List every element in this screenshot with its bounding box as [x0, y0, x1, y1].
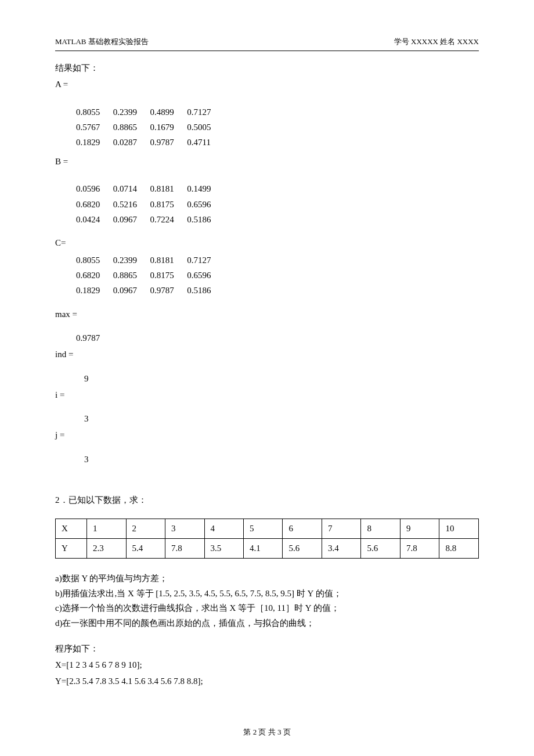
- table-cell: Y: [56, 539, 87, 559]
- program-label: 程序如下：: [55, 641, 479, 657]
- table-cell: 4.1: [244, 539, 283, 559]
- value-j: 3: [84, 452, 479, 468]
- matrix-C-row: 0.6820 0.8865 0.8175 0.6596: [76, 268, 479, 283]
- table-cell: 2: [126, 519, 165, 539]
- program-line: X=[1 2 3 4 5 6 7 8 9 10];: [55, 657, 479, 674]
- label-A: A =: [55, 77, 479, 93]
- matrix-A: 0.8055 0.2399 0.4899 0.7127 0.5767 0.886…: [76, 105, 479, 150]
- results-block: 结果如下： A = 0.8055 0.2399 0.4899 0.7127 0.…: [55, 60, 479, 467]
- q2-item-c: c)选择一个恰当的次数进行曲线拟合，求出当 X 等于［10, 11］时 Y 的值…: [55, 601, 479, 616]
- label-j: j =: [55, 427, 479, 444]
- question-list: a)数据 Y 的平均值与均方差； b)用插值法求出,当 X 等于 [1.5, 2…: [55, 571, 479, 631]
- table-cell: 7.8: [400, 539, 439, 559]
- table-cell: 8.8: [439, 539, 479, 559]
- header-divider: [55, 51, 479, 51]
- table-cell: 8: [361, 519, 400, 539]
- table-cell: 5.6: [283, 539, 322, 559]
- table-cell: 5: [244, 519, 283, 539]
- page-footer: 第 2 页 共 3 页: [0, 725, 534, 739]
- program-line: Y=[2.3 5.4 7.8 3.5 4.1 5.6 3.4 5.6 7.8 8…: [55, 674, 479, 690]
- label-B: B =: [55, 154, 479, 170]
- q2-item-a: a)数据 Y 的平均值与均方差；: [55, 571, 479, 586]
- matrix-C-row: 0.8055 0.2399 0.8181 0.7127: [76, 253, 479, 268]
- value-i: 3: [84, 411, 479, 427]
- page-header: MATLAB 基础教程实验报告 学号 XXXXX 姓名 XXXX: [55, 35, 479, 48]
- matrix-A-row: 0.1829 0.0287 0.9787 0.4711: [76, 135, 479, 150]
- table-cell: 2.3: [87, 539, 126, 559]
- table-cell: 3.5: [204, 539, 243, 559]
- matrix-B-row: 0.6820 0.5216 0.8175 0.6596: [76, 197, 479, 212]
- table-cell: 1: [87, 519, 126, 539]
- q2-item-d: d)在一张图中用不同的颜色画出原始的点，插值点，与拟合的曲线；: [55, 616, 479, 631]
- matrix-C: 0.8055 0.2399 0.8181 0.7127 0.6820 0.886…: [76, 253, 479, 298]
- table-cell: 9: [400, 519, 439, 539]
- table-cell: 4: [204, 519, 243, 539]
- table-row: Y 2.3 5.4 7.8 3.5 4.1 5.6 3.4 5.6 7.8 8.…: [56, 539, 479, 559]
- table-cell: 10: [439, 519, 479, 539]
- matrix-A-row: 0.8055 0.2399 0.4899 0.7127: [76, 105, 479, 120]
- table-cell: 3.4: [322, 539, 360, 559]
- table-cell: 7.8: [165, 539, 204, 559]
- label-ind: ind =: [55, 347, 479, 363]
- matrix-B-row: 0.0596 0.0714 0.8181 0.1499: [76, 181, 479, 196]
- data-table: X 1 2 3 4 5 6 7 8 9 10 Y 2.3 5.4 7.8 3.5…: [55, 519, 479, 559]
- value-max: 0.9787: [76, 330, 479, 347]
- label-max: max =: [55, 307, 479, 323]
- table-row: X 1 2 3 4 5 6 7 8 9 10: [56, 519, 479, 539]
- header-right: 学号 XXXXX 姓名 XXXX: [394, 35, 479, 48]
- program-block: 程序如下： X=[1 2 3 4 5 6 7 8 9 10]; Y=[2.3 5…: [55, 641, 479, 689]
- q2-title: 2．已知以下数据，求：: [55, 492, 479, 509]
- results-title: 结果如下：: [55, 60, 479, 77]
- table-cell: 5.4: [126, 539, 165, 559]
- value-ind: 9: [84, 371, 479, 387]
- table-cell: X: [56, 519, 87, 539]
- table-cell: 7: [322, 519, 360, 539]
- table-cell: 3: [165, 519, 204, 539]
- table-cell: 5.6: [361, 539, 400, 559]
- label-i: i =: [55, 387, 479, 404]
- matrix-C-row: 0.1829 0.0967 0.9787 0.5186: [76, 283, 479, 298]
- matrix-B: 0.0596 0.0714 0.8181 0.1499 0.6820 0.521…: [76, 181, 479, 227]
- label-C: C=: [55, 235, 479, 251]
- header-left: MATLAB 基础教程实验报告: [55, 35, 149, 48]
- matrix-B-row: 0.0424 0.0967 0.7224 0.5186: [76, 212, 479, 227]
- matrix-A-row: 0.5767 0.8865 0.1679 0.5005: [76, 120, 479, 135]
- table-cell: 6: [283, 519, 322, 539]
- q2-item-b: b)用插值法求出,当 X 等于 [1.5, 2.5, 3.5, 4.5, 5.5…: [55, 586, 479, 602]
